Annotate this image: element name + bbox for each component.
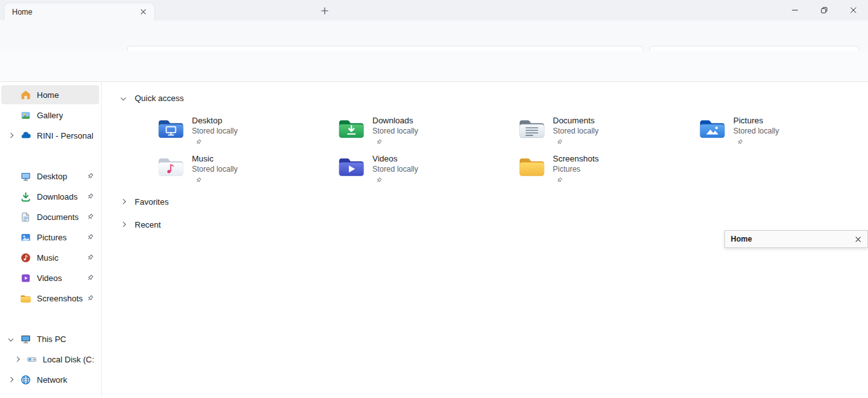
pin-icon (86, 213, 94, 221)
sidebar-item-screenshots[interactable]: Screenshots (1, 289, 99, 308)
sidebar-item-desktop[interactable]: Desktop (1, 167, 99, 186)
tooltip-title: Home (731, 235, 852, 244)
section-favorites[interactable]: Favorites (121, 195, 168, 209)
tile-name: Downloads (372, 115, 413, 126)
chevron-down-icon[interactable] (8, 336, 13, 341)
sidebar-item-music[interactable]: Music (1, 248, 99, 267)
quick-access-tile-music[interactable]: Music Stored locally (158, 149, 330, 189)
pin-icon (376, 139, 383, 146)
music-icon (20, 252, 31, 263)
pictures-icon (20, 232, 31, 243)
pin-icon (376, 177, 383, 184)
music-folder-icon (158, 155, 184, 177)
sidebar-item-label: Music (37, 253, 58, 263)
sidebar-item-label: Network (37, 375, 67, 385)
minimize-icon (791, 6, 799, 14)
restore-icon (820, 6, 828, 14)
network-icon (20, 374, 31, 385)
sidebar-item-label: Gallery (37, 111, 63, 120)
pin-icon (195, 139, 202, 146)
sidebar-item-label: Screenshots (37, 294, 83, 303)
title-bar: Home (0, 0, 868, 20)
maximize-restore-button[interactable] (810, 0, 839, 20)
pin-icon (86, 172, 94, 180)
sidebar-item-videos[interactable]: Videos (1, 268, 99, 287)
pin-icon (86, 193, 94, 200)
quick-access-tile-pictures[interactable]: Pictures Stored locally (699, 111, 868, 151)
monitor-icon (20, 171, 31, 182)
quick-access-tile-videos[interactable]: Videos Stored locally (338, 149, 511, 189)
quick-access-tile-desktop[interactable]: Desktop Stored locally (158, 111, 330, 151)
navigation-bar: Home (0, 20, 868, 51)
desktop-folder-icon (158, 117, 184, 139)
section-recent[interactable]: Recent (121, 217, 161, 231)
document-icon (20, 212, 31, 223)
chevron-right-icon[interactable] (15, 357, 20, 362)
sidebar-item-label: Downloads (37, 192, 78, 202)
tile-detail: Stored locally (372, 127, 418, 136)
pin-icon (195, 177, 202, 184)
close-icon (140, 9, 146, 15)
tile-name: Pictures (733, 115, 763, 126)
tile-name: Desktop (192, 115, 222, 126)
gallery-icon (20, 110, 31, 121)
tile-name: Documents (553, 115, 595, 126)
tile-name: Videos (372, 153, 398, 164)
navigation-pane: Home Gallery RINI - Personal Desktop Dow… (0, 82, 102, 398)
tile-detail: Stored locally (192, 165, 238, 174)
screenshots-folder-icon (519, 155, 545, 177)
close-icon (855, 237, 861, 242)
close-window-button[interactable] (839, 0, 868, 20)
sidebar-item-home[interactable]: Home (1, 85, 99, 104)
sidebar-item-onedrive[interactable]: RINI - Personal (1, 126, 99, 145)
tab-home[interactable]: Home (4, 3, 155, 20)
sidebar-item-label: This PC (37, 334, 66, 344)
chevron-down-icon (121, 95, 126, 100)
chevron-right-icon[interactable] (8, 133, 13, 138)
sidebar-item-pictures[interactable]: Pictures (1, 228, 99, 247)
sidebar-item-gallery[interactable]: Gallery (1, 106, 99, 125)
close-icon (850, 6, 857, 14)
chevron-right-icon[interactable] (8, 377, 13, 382)
tile-detail: Stored locally (553, 127, 599, 136)
section-quick-access[interactable]: Quick access (121, 91, 184, 105)
new-tab-button[interactable] (316, 3, 333, 18)
pin-icon (556, 139, 563, 146)
pin-icon (556, 177, 563, 184)
pin-icon (736, 139, 743, 146)
tab-title: Home (12, 8, 137, 17)
pin-icon (86, 233, 94, 241)
sidebar-item-downloads[interactable]: Downloads (1, 187, 99, 206)
documents-folder-icon (519, 117, 545, 139)
sidebar-item-label: Desktop (37, 172, 67, 181)
quick-access-tile-downloads[interactable]: Downloads Stored locally (338, 111, 511, 151)
tab-close-button[interactable] (137, 6, 149, 18)
tooltip-close-button[interactable] (852, 233, 864, 245)
sidebar-item-documents[interactable]: Documents (1, 207, 99, 226)
sidebar-item-local-disk-c[interactable]: Local Disk (C:) (1, 350, 99, 369)
sidebar-item-label: Documents (37, 212, 79, 222)
quick-access-tile-screenshots[interactable]: Screenshots Pictures (519, 149, 691, 189)
section-label: Favorites (135, 197, 168, 207)
tile-detail: Pictures (553, 165, 580, 174)
home-tooltip: Home (724, 230, 868, 248)
sidebar-item-label: RINI - Personal (37, 131, 93, 141)
quick-access-tile-documents[interactable]: Documents Stored locally (519, 111, 691, 151)
section-label: Recent (135, 220, 161, 230)
sidebar-item-network[interactable]: Network (1, 370, 99, 389)
tile-detail: Stored locally (372, 165, 418, 174)
folder-icon (20, 294, 31, 303)
sidebar-item-this-pc[interactable]: This PC (1, 329, 99, 348)
pictures-folder-icon (699, 117, 726, 139)
sidebar-item-label: Local Disk (C:) (43, 355, 94, 364)
minimize-button[interactable] (780, 0, 810, 20)
onedrive-cloud-icon (20, 130, 31, 141)
sidebar-item-label: Pictures (37, 233, 67, 242)
downloads-folder-icon (338, 117, 365, 139)
this-pc-icon (20, 334, 31, 345)
sidebar-item-label: Videos (37, 273, 62, 283)
window-controls (780, 0, 868, 20)
pin-icon (86, 254, 94, 261)
tile-name: Music (192, 153, 214, 164)
local-disk-icon (27, 354, 37, 365)
